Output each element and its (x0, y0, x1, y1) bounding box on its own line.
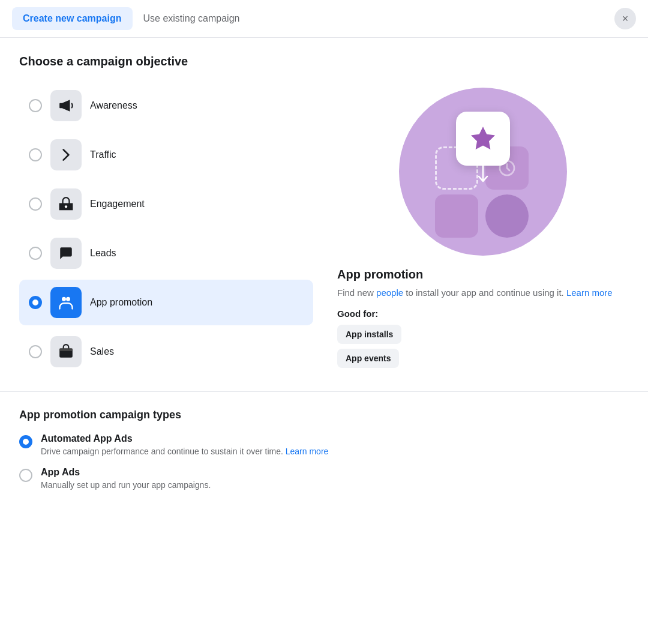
automated-desc: Drive campaign performance and continue … (41, 447, 328, 456)
app-ads-name: App Ads (41, 467, 211, 478)
desc-learn-more[interactable]: Learn more (566, 287, 613, 298)
svg-point-1 (65, 205, 67, 208)
objective-traffic[interactable]: Traffic (19, 132, 313, 178)
star-icon (469, 124, 497, 153)
tab-use-existing[interactable]: Use existing campaign (133, 7, 251, 30)
good-for-title: Good for: (337, 308, 629, 319)
objective-sales[interactable]: Sales (19, 329, 313, 375)
radio-awareness[interactable] (29, 99, 42, 112)
svg-rect-5 (59, 349, 73, 351)
engagement-label: Engagement (90, 199, 145, 209)
svg-point-3 (66, 297, 70, 301)
main-content: Choose a campaign objective Awareness (0, 38, 648, 391)
desc-text-after: to install your app and continue using i… (403, 287, 566, 298)
star-icon-box (456, 112, 510, 166)
section-title: Choose a campaign objective (19, 55, 629, 68)
app-promotion-icon (50, 287, 82, 318)
sales-label: Sales (90, 346, 114, 357)
desc-title: App promotion (337, 268, 629, 281)
campaign-types-title: App promotion campaign types (19, 409, 629, 421)
objectives-list: Awareness Traffic (19, 83, 313, 375)
grid-cell-filled-1 (435, 194, 478, 238)
radio-engagement[interactable] (29, 197, 42, 211)
objective-leads[interactable]: Leads (19, 230, 313, 276)
automated-info: Automated App Ads Drive campaign perform… (41, 433, 328, 456)
app-promotion-label: App promotion (90, 297, 152, 308)
traffic-icon (50, 139, 82, 170)
campaign-type-app-ads[interactable]: App Ads Manually set up and run your app… (19, 467, 629, 490)
sales-icon (50, 336, 82, 367)
leads-label: Leads (90, 248, 116, 259)
leads-icon (50, 238, 82, 269)
app-ads-desc: Manually set up and run your app campaig… (41, 480, 211, 490)
radio-sales[interactable] (29, 345, 42, 358)
radio-leads[interactable] (29, 247, 42, 260)
tags-list: App installs App events (337, 325, 629, 368)
dialog-header: Create new campaign Use existing campaig… (0, 0, 648, 38)
arrow-down-icon (476, 164, 490, 188)
campaign-types-section: App promotion campaign types Automated A… (0, 391, 648, 517)
radio-traffic[interactable] (29, 148, 42, 161)
radio-app-promotion[interactable] (29, 296, 42, 309)
automated-learn-more[interactable]: Learn more (286, 447, 329, 456)
illustration-inner (399, 88, 567, 256)
campaign-type-automated[interactable]: Automated App Ads Drive campaign perform… (19, 433, 629, 456)
engagement-icon (50, 188, 82, 220)
svg-point-2 (62, 297, 66, 301)
close-button[interactable]: × (614, 8, 636, 29)
tag-app-installs: App installs (337, 325, 401, 344)
automated-name: Automated App Ads (41, 433, 328, 444)
tab-create-new[interactable]: Create new campaign (12, 7, 133, 30)
tag-app-events: App events (337, 349, 399, 368)
description-panel: App promotion Find new people to install… (337, 83, 629, 375)
app-ads-info: App Ads Manually set up and run your app… (41, 467, 211, 490)
radio-automated[interactable] (19, 435, 32, 448)
objective-app-promotion[interactable]: App promotion (19, 280, 313, 325)
desc-text-before: Find new (337, 287, 376, 298)
content-columns: Awareness Traffic (19, 83, 629, 375)
awareness-label: Awareness (90, 100, 137, 111)
objective-engagement[interactable]: Engagement (19, 181, 313, 227)
traffic-label: Traffic (90, 149, 116, 160)
awareness-icon (50, 90, 82, 121)
app-promotion-illustration (399, 88, 567, 256)
automated-desc-text: Drive campaign performance and continue … (41, 447, 286, 456)
desc-text: Find new people to install your app and … (337, 286, 629, 300)
grid-cell-circle (485, 194, 529, 238)
objective-awareness[interactable]: Awareness (19, 83, 313, 128)
radio-app-ads[interactable] (19, 469, 32, 482)
desc-link-people[interactable]: people (376, 287, 403, 298)
